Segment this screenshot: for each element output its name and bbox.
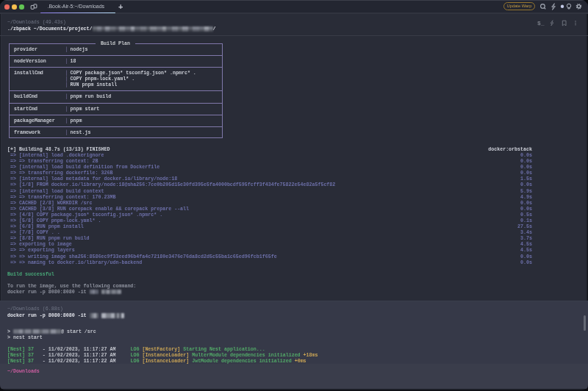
svg-text:$_: $_ bbox=[537, 20, 545, 26]
